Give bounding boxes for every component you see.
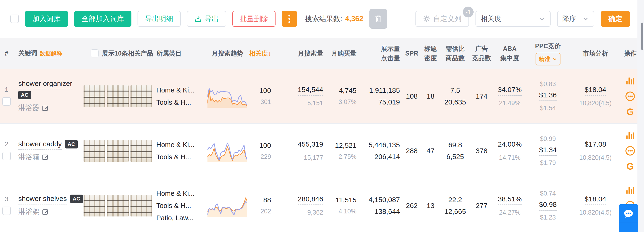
impressions-value: 1,911,185 (358, 86, 400, 94)
ppc-mid: $1.36 (539, 91, 557, 101)
ppc-low: $0.74 (527, 190, 568, 197)
bar-chart-icon[interactable] (626, 76, 635, 85)
kebab-icon (288, 14, 291, 24)
trend-chart (208, 194, 247, 217)
impressions-value: 4,150,087 (358, 196, 400, 204)
ppc-high: $1.23 (527, 214, 568, 221)
product-thumbnail[interactable] (107, 140, 128, 162)
search-volume-value: 154,544 (298, 86, 323, 96)
chevron-down-icon (552, 57, 557, 61)
custom-columns-button[interactable]: 自定义列 (416, 11, 469, 27)
market-price: $18.04 (584, 86, 606, 96)
data-explain-link[interactable]: 数据解释 (40, 50, 62, 58)
category: Patio, Law... (156, 212, 208, 224)
export-button[interactable]: 导出 (187, 11, 226, 27)
ac-badge: AC (18, 91, 31, 99)
keyword-link[interactable]: shower shelves (18, 195, 67, 204)
edit-icon[interactable] (42, 104, 49, 111)
google-icon[interactable]: G (626, 162, 634, 171)
relevance-sub: 301 (247, 98, 271, 106)
google-icon[interactable]: G (626, 107, 634, 117)
aba-value: 38.51% (498, 195, 522, 205)
row-index: 2 (0, 141, 13, 148)
col-header-title-density: 标题密度 (422, 38, 439, 69)
col-header-market: 市场分析 (568, 38, 622, 69)
sort-desc-arrow: ↓ (268, 50, 271, 57)
chat-bubble-icon (623, 208, 634, 219)
product-thumbnail[interactable] (107, 195, 128, 216)
product-count-value: 12,665 (439, 207, 471, 215)
edit-icon[interactable] (42, 208, 49, 215)
export-detail-button[interactable]: 导出明细 (138, 11, 181, 27)
category: Home & Ki... (156, 187, 208, 199)
product-thumbnail[interactable] (107, 85, 128, 107)
sort-field-select[interactable]: 相关度 (476, 11, 550, 27)
ppc-mode-select[interactable]: 精准 (536, 53, 560, 65)
product-thumbnail[interactable] (84, 195, 105, 216)
chevron-down-icon (538, 15, 546, 22)
col-header-purchase-volume: 月购买量 (326, 38, 358, 69)
product-thumbnail[interactable] (130, 85, 152, 107)
keyword-alias: 淋浴器 (18, 103, 40, 113)
col-header-ad-competitors: 广告竞品数 (471, 38, 492, 69)
toolbar: 加入词库 全部加入词库 导出明细 导出 批量删除 搜索结果数:4,362 (0, 0, 644, 38)
product-thumbnail[interactable] (130, 140, 152, 162)
trash-button[interactable] (370, 9, 387, 29)
custom-columns-badge: -1 (463, 7, 474, 17)
col-header-relevance[interactable]: 相关度↓ (247, 38, 274, 69)
search-volume-sub: 15,177 (274, 154, 323, 161)
market-price: $18.04 (584, 195, 606, 205)
col-header-actions: 操作 (622, 38, 638, 69)
col-header-keyword: 关键词数据解释 (13, 38, 84, 69)
clicks-value: 206,414 (358, 153, 400, 161)
category: Tools & H... (156, 151, 208, 163)
keyword-link[interactable]: shower organizer (18, 79, 72, 89)
scrollbar-track[interactable] (638, 0, 644, 232)
title-density-value: 13 (422, 202, 439, 210)
confirm-button[interactable]: 确定 (601, 11, 630, 27)
relevance-value: 88 (247, 196, 271, 204)
row-checkbox[interactable] (2, 97, 11, 106)
show-related-checkbox[interactable] (90, 49, 98, 57)
relevance-value: 100 (247, 141, 271, 149)
ppc-mid: $0.98 (539, 200, 557, 211)
sort-order-select[interactable]: 降序 (557, 11, 594, 27)
aba-value: 34.07% (498, 86, 522, 96)
circle-ellipsis-icon[interactable] (625, 146, 635, 156)
row-checkbox[interactable] (2, 152, 11, 160)
col-header-trend: 月搜索趋势 (208, 38, 247, 69)
spr-value: 288 (402, 147, 422, 155)
search-volume-sub: 5,151 (274, 99, 323, 107)
row-checkbox[interactable] (2, 207, 11, 215)
trend-chart (208, 139, 247, 162)
circle-ellipsis-icon[interactable] (625, 91, 635, 101)
clicks-value: 75,019 (358, 98, 400, 106)
category: Home & Ki... (156, 84, 208, 96)
ppc-low: $0.99 (527, 135, 568, 143)
market-reviews: 10,820(4.5) (568, 209, 622, 216)
bar-chart-icon[interactable] (626, 131, 635, 140)
market-price: $17.08 (584, 140, 606, 150)
ppc-low: $0.83 (527, 80, 568, 88)
add-all-to-lexicon-button[interactable]: 全部加入词库 (74, 11, 132, 27)
purchase-rate: 2.75% (326, 153, 356, 160)
chat-widget[interactable] (619, 204, 638, 232)
keyword-table: # 关键词数据解释 展示10条相关产品 所属类目 月搜索趋势 相关度↓ 月搜索量… (0, 38, 638, 232)
edit-icon[interactable] (42, 153, 49, 160)
scrollbar-thumb[interactable] (641, 23, 643, 50)
product-thumbnail[interactable] (84, 85, 105, 107)
category: Tools & H... (156, 199, 208, 212)
row-index: 1 (0, 86, 13, 93)
keyword-link[interactable]: shower caddy (18, 140, 62, 150)
product-thumbnail[interactable] (84, 140, 105, 162)
more-actions-button[interactable] (282, 11, 297, 27)
col-header-category: 所属类目 (154, 38, 208, 69)
bar-chart-icon[interactable] (626, 185, 635, 195)
ad-competitors-value: 378 (471, 147, 492, 155)
ac-badge: AC (65, 140, 78, 149)
select-all-checkbox[interactable] (10, 15, 19, 23)
batch-delete-button[interactable]: 批量删除 (232, 11, 276, 27)
add-to-lexicon-button[interactable]: 加入词库 (25, 11, 68, 27)
row-index: 3 (0, 195, 13, 203)
product-thumbnail[interactable] (130, 195, 152, 216)
